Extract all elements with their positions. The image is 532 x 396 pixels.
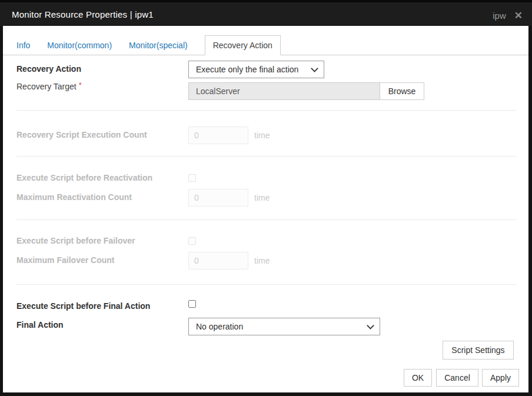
- browse-button[interactable]: Browse: [380, 82, 424, 100]
- section-divider: [16, 284, 517, 285]
- tab-bar: Info Monitor(common) Monitor(special) Re…: [3, 35, 528, 55]
- recovery-target-field: [188, 82, 380, 100]
- dialog-content: Info Monitor(common) Monitor(special) Re…: [3, 26, 528, 392]
- script-settings-button[interactable]: Script Settings: [443, 341, 514, 360]
- close-icon[interactable]: ✕: [514, 11, 523, 21]
- cancel-button[interactable]: Cancel: [436, 369, 478, 387]
- final-action-label: Final Action: [16, 320, 64, 330]
- recovery-action-select-value: Execute only the final action: [196, 65, 298, 74]
- chevron-down-icon: [311, 65, 318, 72]
- maximum-failover-count-unit: time: [254, 256, 270, 265]
- final-action-select-value: No operation: [196, 322, 243, 331]
- tab-recovery-action[interactable]: Recovery Action: [205, 35, 281, 55]
- section-divider: [16, 219, 517, 220]
- recovery-script-execution-count-unit: time: [254, 131, 270, 140]
- recovery-action-select[interactable]: Execute only the final action: [188, 61, 324, 78]
- final-action-select[interactable]: No operation: [188, 318, 380, 335]
- dialog-frame: Monitor Resource Properties | ipw1 ipw ✕…: [0, 0, 532, 396]
- execute-script-before-reactivation-label: Execute Script before Reactivation: [16, 173, 152, 182]
- maximum-failover-count-field: [188, 252, 248, 269]
- titlebar-right-group: ipw ✕: [493, 5, 523, 26]
- tab-monitor-common[interactable]: Monitor(common): [47, 36, 112, 55]
- dialog-titlebar: Monitor Resource Properties | ipw1 ipw ✕: [0, 0, 532, 26]
- titlebar-resource-text: ipw: [493, 11, 506, 21]
- recovery-target-label: Recovery Target*: [16, 82, 82, 92]
- section-divider: [16, 156, 517, 157]
- recovery-script-execution-count-field: [188, 127, 248, 144]
- recovery-target-label-text: Recovery Target: [16, 82, 77, 91]
- maximum-failover-count-label: Maximum Failover Count: [16, 255, 114, 265]
- tab-info[interactable]: Info: [16, 36, 30, 55]
- execute-script-before-final-action-checkbox[interactable]: [188, 300, 196, 308]
- chevron-down-icon: [367, 322, 374, 330]
- execute-script-before-final-action-label: Execute Script before Final Action: [16, 301, 150, 311]
- execute-script-before-reactivation-checkbox: [188, 174, 196, 182]
- section-divider: [16, 110, 517, 111]
- dialog-title: Monitor Resource Properties | ipw1: [12, 9, 154, 19]
- required-asterisk: *: [79, 81, 82, 89]
- maximum-reactivation-count-label: Maximum Reactivation Count: [16, 192, 132, 202]
- apply-button[interactable]: Apply: [482, 369, 519, 387]
- recovery-action-label: Recovery Action: [16, 64, 81, 74]
- tab-monitor-special[interactable]: Monitor(special): [129, 36, 188, 55]
- ok-button[interactable]: OK: [404, 369, 432, 387]
- maximum-reactivation-count-unit: time: [254, 193, 270, 202]
- execute-script-before-failover-label: Execute Script before Failover: [16, 236, 135, 245]
- recovery-script-execution-count-label: Recovery Script Execution Count: [16, 130, 147, 139]
- execute-script-before-failover-checkbox: [188, 237, 196, 245]
- maximum-reactivation-count-field: [188, 189, 248, 207]
